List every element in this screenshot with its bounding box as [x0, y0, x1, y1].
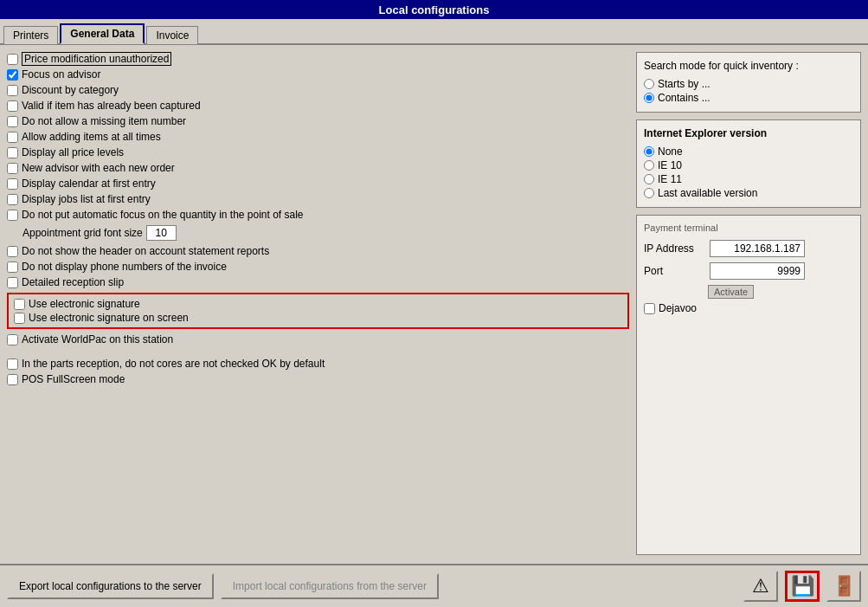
warning-btn[interactable]: ⚠ [743, 571, 778, 602]
checkbox-display-price: Display all price levels [7, 145, 629, 159]
checkbox-no-cores-input[interactable] [7, 358, 18, 370]
radio-ie-last-label: Last available version [658, 187, 757, 199]
payment-terminal-box: Payment terminal IP Address Port Activat… [636, 215, 861, 555]
radio-ie-last: Last available version [644, 186, 853, 200]
checkbox-detailed-reception: Detailed reception slip [7, 275, 629, 289]
left-panel: Price modification unauthorized Focus on… [7, 52, 629, 555]
checkbox-focus-advisor: Focus on advisor [7, 68, 629, 81]
payment-terminal-title: Payment terminal [644, 223, 853, 233]
checkbox-discount-category-input[interactable] [7, 85, 18, 96]
ip-address-row: IP Address [644, 240, 853, 257]
checkbox-no-show-header: Do not show the header on account statem… [7, 244, 629, 258]
checkbox-price-mod-label: Price modification unauthorized [22, 53, 171, 65]
port-label: Port [644, 265, 704, 277]
tab-printers[interactable]: Printers [3, 26, 58, 44]
checkbox-focus-advisor-label: Focus on advisor [22, 68, 100, 81]
radio-ie-last-input[interactable] [644, 188, 654, 198]
tab-general-data[interactable]: General Data [60, 23, 145, 44]
checkbox-dejavoo-input[interactable] [644, 303, 655, 314]
checkbox-use-sig-input[interactable] [14, 299, 25, 310]
window-title: Local configurations [379, 3, 490, 16]
checkbox-no-show-header-label: Do not show the header on account statem… [22, 245, 269, 257]
checkbox-use-sig-screen-label: Use electronic signature on screen [29, 312, 189, 324]
radio-contains-label: Contains ... [658, 92, 710, 104]
radio-starts-by-label: Starts by ... [658, 78, 710, 90]
checkbox-display-calendar-label: Display calendar at first entry [22, 178, 156, 190]
checkbox-no-auto-focus: Do not put automatic focus on the quanti… [7, 208, 629, 222]
checkbox-no-auto-focus-input[interactable] [7, 210, 18, 221]
checkbox-display-jobs: Display jobs list at first entry [7, 192, 629, 206]
radio-ie-none-input[interactable] [644, 146, 654, 157]
checkbox-valid-item-label: Valid if item has already been captured [22, 100, 201, 112]
checkbox-allow-adding: Allow adding items at all times [7, 130, 629, 144]
ip-address-input[interactable] [710, 240, 805, 257]
checkbox-valid-item-input[interactable] [7, 100, 18, 112]
checkbox-price-mod: Price modification unauthorized [7, 52, 629, 66]
checkbox-use-sig-label: Use electronic signature [29, 298, 140, 310]
checkbox-new-advisor-input[interactable] [7, 163, 18, 174]
checkbox-valid-item: Valid if item has already been captured [7, 99, 629, 113]
font-size-input[interactable] [146, 225, 177, 241]
checkbox-use-sig-screen: Use electronic signature on screen [14, 311, 622, 325]
radio-starts-by-input[interactable] [644, 79, 654, 89]
activate-row: Activate [644, 285, 853, 299]
checkbox-detailed-reception-label: Detailed reception slip [22, 276, 124, 288]
import-btn[interactable]: Import local configurations from the ser… [221, 573, 439, 599]
export-btn[interactable]: Export local configurations to the serve… [7, 573, 214, 599]
bottom-bar: Export local configurations to the serve… [0, 564, 868, 607]
radio-ie11: IE 11 [644, 172, 853, 186]
activate-button[interactable]: Activate [708, 285, 754, 299]
checkbox-display-jobs-label: Display jobs list at first entry [22, 193, 151, 205]
checkbox-dejavoo-label: Dejavoo [659, 302, 697, 314]
radio-contains-input[interactable] [644, 93, 654, 103]
checkbox-display-calendar-input[interactable] [7, 178, 18, 190]
checkbox-no-show-header-input[interactable] [7, 246, 18, 257]
checkbox-no-missing-item-input[interactable] [7, 116, 18, 127]
tab-invoice[interactable]: Invoice [146, 26, 198, 44]
checkbox-display-calendar: Display calendar at first entry [7, 177, 629, 190]
checkbox-price-mod-input[interactable] [7, 54, 18, 65]
save-btn[interactable]: 💾 [785, 571, 820, 602]
right-panel: Search mode for quick inventory : Starts… [636, 52, 861, 555]
checkbox-pos-fullscreen-input[interactable] [7, 374, 18, 385]
radio-ie11-label: IE 11 [658, 173, 682, 185]
main-content: Price modification unauthorized Focus on… [0, 45, 868, 562]
checkbox-allow-adding-label: Allow adding items at all times [22, 131, 161, 143]
checkbox-focus-advisor-input[interactable] [7, 69, 18, 81]
font-size-label: Appointment grid font size [23, 227, 143, 239]
dejavoo-row: Dejavoo [644, 302, 853, 314]
ie-version-title: Internet Explorer version [644, 127, 853, 139]
port-input[interactable] [710, 262, 805, 280]
checkbox-detailed-reception-input[interactable] [7, 277, 18, 288]
warning-icon: ⚠ [752, 575, 769, 597]
checkbox-no-display-phone-input[interactable] [7, 262, 18, 273]
checkbox-worldpac-label: Activate WorldPac on this station [22, 333, 173, 345]
checkbox-no-missing-item: Do not allow a missing item number [7, 114, 629, 128]
checkbox-display-price-input[interactable] [7, 147, 18, 158]
ie-version-box: Internet Explorer version None IE 10 IE … [636, 119, 861, 208]
checkbox-use-sig-screen-input[interactable] [14, 313, 25, 324]
radio-starts-by: Starts by ... [644, 77, 853, 91]
checkbox-no-display-phone-label: Do not display phone numbers of the invo… [22, 261, 227, 273]
checkbox-allow-adding-input[interactable] [7, 132, 18, 143]
checkbox-display-price-label: Display all price levels [22, 146, 124, 158]
radio-ie10-input[interactable] [644, 160, 654, 171]
checkbox-discount-category: Discount by category [7, 83, 629, 97]
checkbox-discount-category-label: Discount by category [22, 84, 119, 96]
radio-contains: Contains ... [644, 91, 853, 105]
checkbox-new-advisor-label: New advisor with each new order [22, 162, 175, 174]
title-bar: Local configurations [0, 0, 868, 19]
save-icon: 💾 [791, 575, 814, 597]
checkbox-pos-fullscreen-label: POS FullScreen mode [22, 373, 125, 385]
radio-ie10-label: IE 10 [658, 159, 682, 171]
checkbox-display-jobs-input[interactable] [7, 194, 18, 205]
port-row: Port [644, 262, 853, 280]
radio-ie11-input[interactable] [644, 174, 654, 184]
exit-icon: 🚪 [833, 575, 856, 597]
radio-ie-none-label: None [658, 145, 683, 158]
exit-btn[interactable]: 🚪 [826, 571, 861, 602]
radio-ie-none: None [644, 145, 853, 158]
checkbox-worldpac-input[interactable] [7, 334, 18, 345]
checkbox-worldpac: Activate WorldPac on this station [7, 333, 629, 346]
checkbox-use-sig: Use electronic signature [14, 297, 622, 311]
